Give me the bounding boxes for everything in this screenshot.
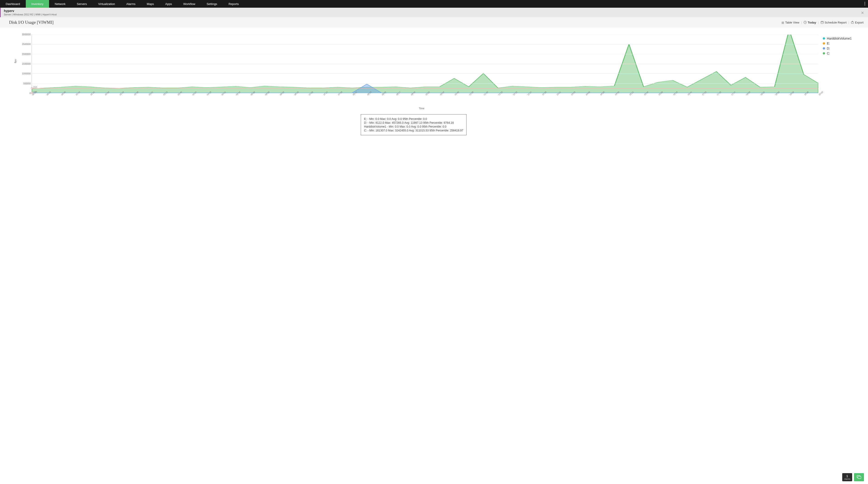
gridline [32, 34, 818, 35]
more-menu-icon[interactable] [864, 2, 865, 6]
chart-plot[interactable]: Bps 050000010000001500000200000025000003… [16, 34, 818, 99]
chart-container: Bps 050000010000001500000200000025000003… [0, 28, 868, 140]
clock-icon [804, 21, 807, 24]
y-tick: 3000000 [22, 33, 31, 36]
top-nav: DashboardInventoryNetworkServersVirtuali… [0, 0, 868, 8]
legend-item[interactable]: HarddiskVolume1 [823, 37, 859, 40]
legend-dot [823, 37, 825, 39]
export-icon [851, 21, 854, 24]
gridline [32, 54, 818, 54]
stats-summary-box: E: - Min: 0.0 Max: 0.0 Avg: 0.0 95th Per… [361, 114, 467, 135]
legend-label: E: [827, 41, 830, 45]
table-icon: ▦ [781, 21, 784, 24]
y-tick: 2500000 [22, 43, 31, 46]
legend-dot [823, 42, 825, 44]
page-title: Disk I/O Usage [VIWMI] [9, 20, 54, 25]
stats-line: C: - Min: 161307.0 Max: 3242455.0 Avg: 3… [364, 129, 463, 132]
svg-point-1 [864, 3, 865, 4]
svg-point-2 [864, 4, 865, 5]
svg-rect-4 [821, 22, 824, 24]
gridline [32, 73, 818, 74]
legend-item[interactable]: D: [823, 47, 859, 50]
stats-line: E: - Min: 0.0 Max: 0.0 Avg: 0.0 95th Per… [364, 117, 463, 121]
stats-line: HarddiskVolume1 - Min: 0.0 Max: 0.0 Avg:… [364, 125, 463, 128]
nav-item-virtualization[interactable]: Virtualization [93, 0, 121, 8]
y-tick: 0 [29, 92, 31, 94]
x-axis: 00:0300:2500:4801:1001:3201:5402:1602:38… [32, 93, 818, 100]
y-axis: 0500000100000015000002000000250000030000… [16, 34, 32, 93]
nav-item-maps[interactable]: Maps [141, 0, 160, 8]
gridline [32, 44, 818, 44]
legend-dot [823, 47, 825, 50]
schedule-report-link[interactable]: Schedule Report [820, 21, 846, 24]
calendar-icon [820, 21, 824, 24]
x-axis-label: Time [25, 107, 818, 110]
nav-item-alarms[interactable]: Alarms [121, 0, 141, 8]
nav-item-settings[interactable]: Settings [201, 0, 223, 8]
y-tick: 1000000 [22, 72, 31, 75]
context-title: hyperv [4, 9, 57, 13]
context-subtitle: Server | Windows 2012 R2 | WMI | HyperV-… [4, 13, 57, 16]
y-tick: 2000000 [22, 53, 31, 55]
page-actions: ▦ Table View | Today | Schedule Report |… [781, 21, 864, 24]
chart-legend: HarddiskVolume1E:D:C: [818, 34, 859, 135]
legend-item[interactable]: C: [823, 52, 859, 55]
legend-label: D: [827, 47, 830, 50]
table-view-link[interactable]: ▦ Table View [781, 21, 799, 24]
y-tick: 500000 [23, 82, 31, 85]
page-header: Disk I/O Usage [VIWMI] ▦ Table View | To… [0, 17, 868, 28]
nav-item-network[interactable]: Network [49, 0, 71, 8]
legend-item[interactable]: E: [823, 41, 859, 45]
legend-label: C: [827, 52, 830, 55]
percentile-label: 95th [33, 86, 37, 88]
nav-item-servers[interactable]: Servers [71, 0, 93, 8]
y-tick: 1500000 [22, 63, 31, 65]
export-link[interactable]: Export [851, 21, 864, 24]
close-icon[interactable]: × [861, 10, 864, 16]
nav-item-dashboard[interactable]: Dashboard [0, 0, 26, 8]
time-range-link[interactable]: Today [804, 21, 816, 24]
nav-item-inventory[interactable]: Inventory [26, 0, 49, 8]
gridline [32, 64, 818, 64]
percentile-marker [31, 87, 33, 89]
plot-area: 95th95th [32, 34, 818, 93]
legend-dot [823, 52, 825, 55]
svg-point-0 [864, 2, 865, 2]
nav-item-reports[interactable]: Reports [223, 0, 245, 8]
nav-item-workflow[interactable]: Workflow [178, 0, 201, 8]
stats-line: D: - Min: 8122.0 Max: 457265.0 Avg: 1199… [364, 121, 463, 124]
nav-item-apps[interactable]: Apps [160, 0, 178, 8]
legend-label: HarddiskVolume1 [827, 37, 852, 40]
context-header: hyperv Server | Windows 2012 R2 | WMI | … [0, 8, 868, 17]
